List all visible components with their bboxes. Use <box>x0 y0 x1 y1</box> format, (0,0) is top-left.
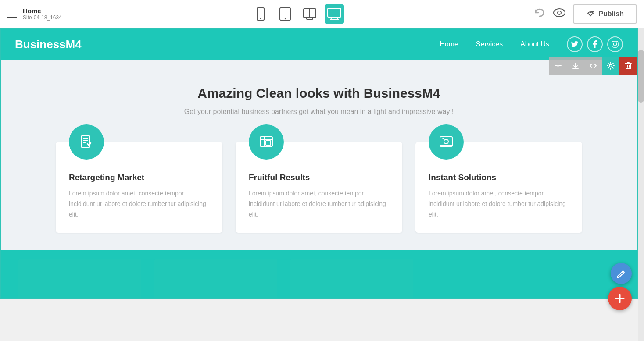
preview-button[interactable] <box>553 8 566 20</box>
nav-about[interactable]: About Us <box>520 40 549 48</box>
svg-rect-2 <box>280 8 290 20</box>
card-icon-retargeting <box>69 124 104 160</box>
site-name: Home <box>23 7 62 14</box>
svg-point-12 <box>558 11 561 14</box>
svg-rect-22 <box>266 141 271 145</box>
move-section-btn[interactable] <box>549 57 567 75</box>
svg-point-14 <box>609 64 612 67</box>
desktop-device-btn[interactable] <box>325 4 344 24</box>
svg-rect-23 <box>440 137 452 146</box>
card-title-retargeting: Retargeting Market <box>69 173 209 182</box>
svg-rect-7 <box>328 8 341 17</box>
preview-img-2 <box>154 259 277 298</box>
svg-point-17 <box>616 42 617 43</box>
svg-point-11 <box>554 9 565 17</box>
twitter-icon[interactable] <box>567 36 583 52</box>
card-title-fruitful: Fruitful Results <box>249 173 389 182</box>
bottom-teal-section <box>1 250 637 298</box>
card-instant: Instant Solutions Lorem ipsum dolor amet… <box>415 142 582 233</box>
tablet-device-btn[interactable] <box>275 4 295 24</box>
svg-rect-6 <box>307 18 313 19</box>
hamburger-icon[interactable] <box>7 11 17 18</box>
download-section-btn[interactable] <box>567 57 584 75</box>
instagram-icon[interactable] <box>607 36 623 52</box>
toolbar-right: Publish <box>533 4 637 24</box>
card-retargeting: Retargeting Market Lorem ipsum dolor ame… <box>56 142 222 233</box>
scrollbar-thumb[interactable] <box>638 50 644 103</box>
split-device-btn[interactable] <box>300 4 319 24</box>
canvas-wrapper: BusinessM4 Home Services About Us <box>0 28 638 299</box>
site-header: BusinessM4 Home Services About Us <box>1 29 637 60</box>
card-icon-fruitful <box>249 124 284 160</box>
social-icons <box>567 36 623 52</box>
delete-section-btn[interactable] <box>619 57 637 75</box>
site-id: Site-04-18_1634 <box>23 14 62 21</box>
card-text-instant: Lorem ipsum dolor amet, consecte tempor … <box>429 188 569 220</box>
publish-button[interactable]: Publish <box>573 4 637 24</box>
fab-add-button[interactable] <box>608 287 632 310</box>
section-title: Amazing Clean looks with BusinessM4 <box>18 86 619 101</box>
svg-rect-15 <box>612 41 618 47</box>
nav-home[interactable]: Home <box>440 40 458 48</box>
code-section-btn[interactable] <box>584 57 602 75</box>
svg-point-3 <box>285 18 286 19</box>
main-content: Amazing Clean looks with BusinessM4 Get … <box>1 60 637 250</box>
svg-point-24 <box>444 139 448 144</box>
site-info: Home Site-04-18_1634 <box>23 7 62 21</box>
card-title-instant: Instant Solutions <box>429 173 569 182</box>
card-icon-instant <box>429 124 464 160</box>
preview-img-3 <box>290 259 413 298</box>
top-toolbar: Home Site-04-18_1634 <box>0 0 644 28</box>
svg-point-1 <box>260 18 261 18</box>
card-text-fruitful: Lorem ipsum dolor amet, consecte tempor … <box>249 188 389 220</box>
facebook-icon[interactable] <box>587 36 603 52</box>
nav-services[interactable]: Services <box>476 40 503 48</box>
toolbar-center <box>251 4 344 24</box>
preview-img-1 <box>18 259 141 298</box>
section-toolbar <box>549 57 637 75</box>
mobile-device-btn[interactable] <box>251 4 270 24</box>
bottom-preview-images <box>1 259 431 298</box>
site-nav: Home Services About Us <box>440 40 549 48</box>
site-logo: BusinessM4 <box>15 38 82 51</box>
cards-container: Retargeting Market Lorem ipsum dolor ame… <box>18 142 619 233</box>
section-subtitle: Get your potential business partners get… <box>18 108 619 116</box>
toolbar-left: Home Site-04-18_1634 <box>7 7 62 21</box>
settings-section-btn[interactable] <box>602 57 619 75</box>
card-fruitful: Fruitful Results Lorem ipsum dolor amet,… <box>236 142 402 233</box>
publish-label: Publish <box>598 10 624 18</box>
undo-button[interactable] <box>533 7 546 21</box>
scrollbar-track[interactable] <box>638 28 644 341</box>
svg-point-13 <box>557 65 559 67</box>
fab-edit-button[interactable] <box>611 263 632 284</box>
card-text-retargeting: Lorem ipsum dolor amet, consecte tempor … <box>69 188 209 220</box>
svg-point-16 <box>614 43 617 46</box>
